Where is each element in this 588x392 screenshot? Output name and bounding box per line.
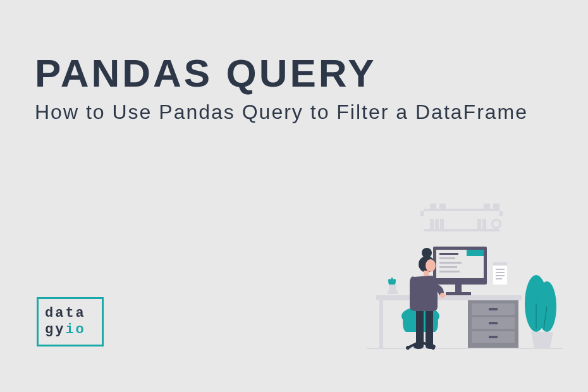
svg-rect-39 [489, 322, 498, 324]
svg-rect-41 [489, 336, 498, 338]
svg-point-56 [413, 344, 424, 349]
svg-point-57 [426, 344, 436, 349]
svg-rect-3 [430, 204, 436, 209]
svg-point-51 [426, 259, 436, 272]
svg-rect-11 [477, 219, 481, 229]
svg-rect-28 [496, 272, 505, 273]
svg-rect-2 [499, 211, 503, 216]
svg-rect-6 [493, 204, 499, 209]
svg-rect-19 [439, 257, 455, 259]
svg-rect-26 [493, 262, 507, 266]
svg-rect-54 [416, 311, 424, 346]
svg-rect-7 [424, 229, 499, 231]
svg-point-53 [440, 293, 445, 298]
svg-rect-5 [484, 204, 490, 209]
svg-rect-30 [496, 278, 502, 279]
svg-rect-9 [435, 219, 439, 229]
svg-rect-22 [439, 271, 460, 273]
svg-rect-42 [367, 348, 563, 349]
svg-rect-8 [430, 219, 434, 229]
svg-point-14 [493, 221, 499, 227]
svg-rect-52 [424, 271, 429, 276]
desk-illustration [341, 202, 563, 373]
svg-rect-37 [489, 308, 498, 310]
svg-rect-31 [389, 285, 396, 291]
svg-rect-20 [439, 262, 462, 264]
svg-point-47 [406, 346, 410, 350]
svg-rect-1 [420, 211, 424, 216]
page-title: PANDAS QUERY [35, 54, 553, 93]
svg-rect-12 [482, 219, 486, 229]
datagy-logo: data gyio [37, 297, 104, 346]
svg-rect-23 [455, 285, 462, 292]
svg-rect-18 [439, 253, 458, 255]
svg-rect-27 [496, 269, 505, 270]
svg-rect-55 [426, 311, 433, 346]
logo-line-2: gyio [45, 322, 95, 338]
svg-rect-32 [388, 291, 398, 294]
svg-rect-17 [467, 250, 484, 256]
svg-rect-0 [424, 209, 499, 211]
svg-rect-29 [496, 275, 505, 276]
svg-rect-10 [440, 219, 444, 229]
svg-rect-34 [379, 300, 383, 348]
svg-rect-24 [446, 292, 471, 295]
page-subtitle: How to Use Pandas Query to Filter a Data… [35, 98, 553, 126]
svg-rect-21 [439, 266, 457, 268]
svg-rect-33 [376, 295, 522, 300]
svg-rect-4 [439, 204, 446, 209]
logo-line-1: data [45, 305, 95, 322]
